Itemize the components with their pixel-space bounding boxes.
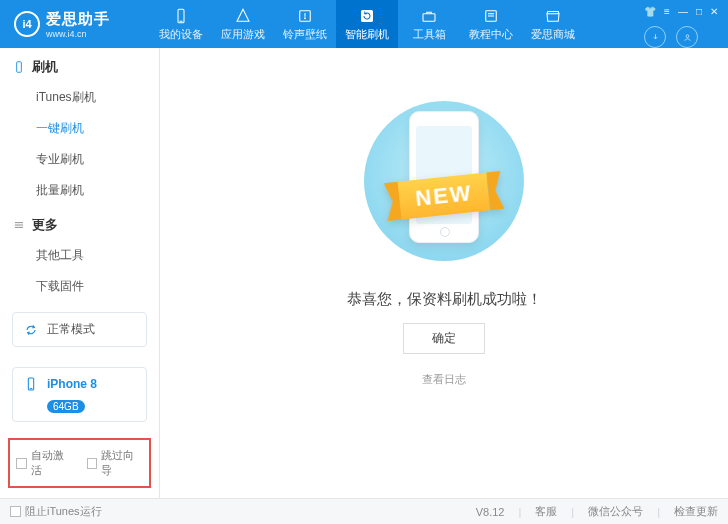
brand-name: 爱思助手 <box>46 10 110 29</box>
version-label: V8.12 <box>476 506 505 518</box>
nav-apps[interactable]: 应用游戏 <box>212 0 274 48</box>
checkbox-label: 自动激活 <box>31 448 73 478</box>
nav-label: 教程中心 <box>469 27 513 42</box>
brand-logo: i4 <box>14 11 40 37</box>
window-controls: 👕 ≡ — □ ✕ <box>644 0 728 17</box>
store-icon <box>544 7 562 25</box>
post-flash-options: 自动激活 跳过向导 <box>8 438 151 488</box>
ok-button[interactable]: 确定 <box>403 323 485 354</box>
group-more[interactable]: 更多 <box>0 206 159 240</box>
main-panel: ✦ ✦ ✦ ✦ NEW 恭喜您，保资料刷机成功啦！ 确定 查看日志 <box>160 48 728 498</box>
status-label: 正常模式 <box>47 321 95 338</box>
checkbox-label: 阻止iTunes运行 <box>25 504 102 519</box>
nav-label: 工具箱 <box>413 27 446 42</box>
sidebar-item-firmware[interactable]: 下载固件 <box>0 271 159 302</box>
svg-rect-10 <box>17 62 22 73</box>
device-capacity: 64GB <box>47 400 85 413</box>
phone-outline-icon <box>12 60 26 74</box>
user-button[interactable] <box>676 26 698 48</box>
nav-ringtone[interactable]: 铃声壁纸 <box>274 0 336 48</box>
sync-icon <box>23 322 39 338</box>
sidebar-item-onekey[interactable]: 一键刷机 <box>0 113 159 144</box>
phone-icon <box>172 7 190 25</box>
block-itunes-checkbox[interactable]: 阻止iTunes运行 <box>10 504 102 519</box>
theme-icon[interactable]: 👕 <box>644 6 656 17</box>
nav-toolbox[interactable]: 工具箱 <box>398 0 460 48</box>
nav-flash[interactable]: 智能刷机 <box>336 0 398 48</box>
sidebar-item-other[interactable]: 其他工具 <box>0 240 159 271</box>
nav-tutorial[interactable]: 教程中心 <box>460 0 522 48</box>
statusbar: 阻止iTunes运行 V8.12 | 客服 | 微信公众号 | 检查更新 <box>0 498 728 524</box>
wechat-link[interactable]: 微信公众号 <box>588 504 643 519</box>
book-icon <box>482 7 500 25</box>
sidebar: 刷机 iTunes刷机 一键刷机 专业刷机 批量刷机 更多 其他工具 下载固件 … <box>0 48 160 498</box>
success-message: 恭喜您，保资料刷机成功啦！ <box>347 290 542 309</box>
status-card[interactable]: 正常模式 <box>12 312 147 347</box>
sidebar-item-batch[interactable]: 批量刷机 <box>0 175 159 206</box>
download-button[interactable] <box>644 26 666 48</box>
support-link[interactable]: 客服 <box>535 504 557 519</box>
svg-point-9 <box>686 34 689 37</box>
svg-point-3 <box>304 17 306 19</box>
brand: i4 爱思助手 www.i4.cn <box>0 0 150 48</box>
sidebar-item-itunes[interactable]: iTunes刷机 <box>0 82 159 113</box>
device-card[interactable]: iPhone 8 64GB <box>12 367 147 422</box>
nav-label: 铃声壁纸 <box>283 27 327 42</box>
checkbox-box-icon <box>10 506 21 517</box>
nav-mall[interactable]: 爱思商城 <box>522 0 584 48</box>
toolbox-icon <box>420 7 438 25</box>
group-title: 刷机 <box>32 58 58 76</box>
nav-label: 我的设备 <box>159 27 203 42</box>
svg-rect-4 <box>361 10 373 22</box>
group-flash[interactable]: 刷机 <box>0 48 159 82</box>
device-phone-icon <box>23 376 39 392</box>
nav-label: 爱思商城 <box>531 27 575 42</box>
view-log-link[interactable]: 查看日志 <box>422 372 466 387</box>
checkbox-box-icon <box>16 458 27 469</box>
minimize-icon[interactable]: — <box>678 6 688 17</box>
nav-label: 应用游戏 <box>221 27 265 42</box>
titlebar: i4 爱思助手 www.i4.cn 我的设备 应用游戏 铃声壁纸 智能刷机 <box>0 0 728 48</box>
checkbox-label: 跳过向导 <box>101 448 143 478</box>
svg-rect-5 <box>423 13 435 21</box>
refresh-icon <box>358 7 376 25</box>
maximize-icon[interactable]: □ <box>696 6 702 17</box>
nav-my-device[interactable]: 我的设备 <box>150 0 212 48</box>
sidebar-item-pro[interactable]: 专业刷机 <box>0 144 159 175</box>
close-icon[interactable]: ✕ <box>710 6 718 17</box>
ringtone-icon <box>296 7 314 25</box>
apps-icon <box>234 7 252 25</box>
checkbox-box-icon <box>87 458 98 469</box>
check-update-link[interactable]: 检查更新 <box>674 504 718 519</box>
device-name: iPhone 8 <box>47 377 97 391</box>
nav-label: 智能刷机 <box>345 27 389 42</box>
menu-icon[interactable]: ≡ <box>664 6 670 17</box>
success-illustration: ✦ ✦ ✦ ✦ NEW <box>324 86 564 276</box>
group-title: 更多 <box>32 216 58 234</box>
skip-guide-checkbox[interactable]: 跳过向导 <box>87 448 144 478</box>
top-nav: 我的设备 应用游戏 铃声壁纸 智能刷机 工具箱 教程中心 <box>150 0 644 48</box>
menu-lines-icon <box>12 218 26 232</box>
brand-url: www.i4.cn <box>46 29 110 39</box>
auto-activate-checkbox[interactable]: 自动激活 <box>16 448 73 478</box>
